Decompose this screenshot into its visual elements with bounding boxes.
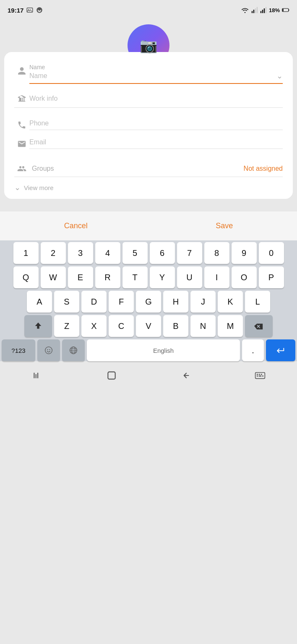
nav-recents-button[interactable]	[0, 370, 74, 381]
wifi-icon	[241, 7, 249, 13]
key-s[interactable]: S	[54, 291, 79, 313]
status-bar: 19:17 18%	[0, 0, 297, 18]
key-x[interactable]: X	[81, 315, 107, 337]
key-c[interactable]: C	[109, 315, 134, 337]
name-field-content: Name ⌄	[29, 64, 283, 84]
save-button[interactable]: Save	[190, 218, 258, 234]
key-g[interactable]: G	[136, 291, 161, 313]
svg-rect-5	[257, 7, 258, 13]
svg-rect-12	[283, 9, 284, 11]
key-u[interactable]: U	[177, 266, 202, 288]
key-e[interactable]: E	[68, 266, 93, 288]
battery-icon	[282, 7, 289, 13]
name-input[interactable]	[29, 72, 274, 80]
key-t[interactable]: T	[122, 266, 148, 288]
svg-rect-31	[258, 375, 261, 376]
period-key[interactable]: .	[242, 339, 264, 361]
key-p[interactable]: P	[259, 266, 284, 288]
person-icon	[14, 66, 29, 76]
phone-input-wrap	[29, 120, 283, 130]
key-w[interactable]: W	[41, 266, 66, 288]
status-time-area: 19:17	[8, 6, 43, 14]
key-2[interactable]: 2	[41, 242, 66, 264]
key-y[interactable]: Y	[150, 266, 175, 288]
key-j[interactable]: J	[190, 291, 216, 313]
key-v[interactable]: V	[136, 315, 161, 337]
keyboard: 1 2 3 4 5 6 7 8 9 0 Q W E R T Y U I O P …	[0, 240, 297, 361]
key-h[interactable]: H	[163, 291, 188, 313]
key-6[interactable]: 6	[150, 242, 175, 264]
name-chevron-icon[interactable]: ⌄	[276, 71, 283, 81]
action-bar: Cancel Save	[0, 211, 297, 240]
nav-keyboard-button[interactable]	[223, 371, 297, 380]
svg-rect-29	[261, 374, 262, 375]
phone-input[interactable]	[29, 120, 283, 130]
backspace-key[interactable]	[245, 315, 273, 337]
key-4[interactable]: 4	[95, 242, 120, 264]
key-f[interactable]: F	[109, 291, 134, 313]
name-input-wrapper: ⌄	[29, 71, 283, 84]
svg-rect-6	[261, 11, 261, 13]
status-right-area: 18%	[241, 7, 289, 13]
view-more-row[interactable]: ⌄ View more	[14, 177, 283, 194]
groups-label: Groups	[32, 165, 244, 172]
key-7[interactable]: 7	[177, 242, 202, 264]
svg-rect-11	[289, 10, 289, 11]
svg-rect-8	[264, 8, 265, 13]
key-i[interactable]: I	[204, 266, 229, 288]
data-icon	[36, 7, 43, 13]
key-0[interactable]: 0	[259, 242, 284, 264]
key-l[interactable]: L	[245, 291, 270, 313]
svg-point-15	[47, 349, 48, 350]
workinfo-input[interactable]	[29, 95, 283, 102]
view-more-chevron-icon: ⌄	[14, 183, 21, 192]
key-z[interactable]: Z	[54, 315, 79, 337]
image-icon	[26, 6, 34, 14]
battery-display: 18%	[269, 7, 280, 13]
key-r[interactable]: R	[95, 266, 120, 288]
phone-field-row	[14, 114, 283, 133]
key-5[interactable]: 5	[122, 242, 148, 264]
camera-icon: 📷	[140, 37, 157, 54]
groups-value: Not assigned	[244, 165, 283, 172]
signal-icon2	[260, 7, 267, 13]
emoji-key[interactable]	[37, 339, 60, 361]
nav-home-button[interactable]	[74, 370, 148, 381]
spacer1	[14, 108, 283, 114]
svg-rect-9	[266, 7, 266, 13]
key-m[interactable]: M	[218, 315, 243, 337]
key-9[interactable]: 9	[232, 242, 257, 264]
globe-key[interactable]	[62, 339, 85, 361]
svg-rect-4	[255, 8, 256, 13]
email-input[interactable]	[29, 138, 283, 149]
shift-key[interactable]	[24, 315, 52, 337]
cancel-button[interactable]: Cancel	[39, 218, 113, 234]
view-more-label: View more	[24, 184, 54, 191]
email-field-row	[14, 133, 283, 151]
key-3[interactable]: 3	[68, 242, 93, 264]
groups-icon	[14, 164, 29, 173]
nav-bar	[0, 365, 297, 387]
groups-row[interactable]: Groups Not assigned	[14, 157, 283, 177]
keyboard-row-bottom: ?123 English .	[2, 339, 295, 361]
sym-key[interactable]: ?123	[2, 339, 35, 361]
svg-rect-3	[253, 10, 254, 13]
key-8[interactable]: 8	[204, 242, 229, 264]
keyboard-row-numbers: 1 2 3 4 5 6 7 8 9 0	[2, 242, 295, 264]
signal-icon1	[251, 7, 258, 13]
space-key[interactable]: English	[87, 339, 240, 361]
key-n[interactable]: N	[190, 315, 216, 337]
phone-icon	[14, 120, 29, 130]
key-k[interactable]: K	[218, 291, 243, 313]
svg-rect-25	[108, 372, 115, 379]
svg-rect-32	[262, 375, 263, 376]
enter-key[interactable]	[266, 339, 295, 361]
building-icon	[14, 94, 29, 103]
key-d[interactable]: D	[81, 291, 107, 313]
key-o[interactable]: O	[232, 266, 257, 288]
nav-back-button[interactable]	[148, 370, 223, 381]
key-a[interactable]: A	[27, 291, 52, 313]
key-1[interactable]: 1	[13, 242, 39, 264]
key-q[interactable]: Q	[13, 266, 39, 288]
key-b[interactable]: B	[163, 315, 188, 337]
